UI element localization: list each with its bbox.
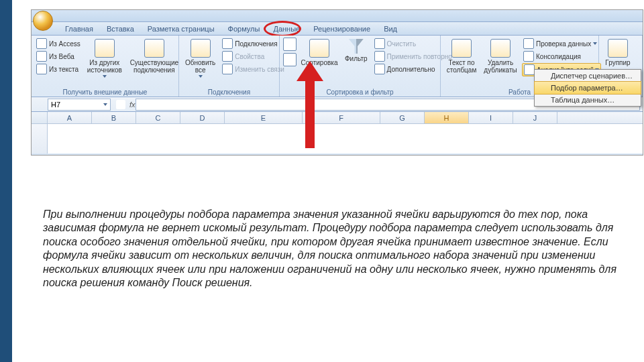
from-access-button[interactable]: Из Access — [35, 38, 82, 50]
column-header-I[interactable]: I — [469, 112, 513, 123]
remove-duplicates-button[interactable]: Удалить дубликаты — [482, 38, 519, 88]
column-header-G[interactable]: G — [380, 112, 425, 123]
edit-links-icon — [222, 64, 233, 74]
validation-icon — [523, 38, 534, 49]
group-get-external: Из Access Из Веба Из текста Из других ис… — [32, 36, 179, 97]
column-header-A[interactable]: A — [48, 112, 92, 123]
from-text-button[interactable]: Из текста — [35, 63, 82, 75]
remove-dup-icon — [490, 39, 511, 58]
column-header-J[interactable]: J — [513, 112, 557, 123]
tab-formulas[interactable]: Формулы — [221, 23, 267, 35]
sort-icon — [309, 39, 329, 58]
access-icon — [36, 38, 47, 49]
tab-review[interactable]: Рецензирование — [307, 23, 377, 35]
column-header-B[interactable]: B — [92, 112, 136, 123]
from-other-button[interactable]: Из других источников — [85, 38, 125, 88]
select-all-corner[interactable] — [32, 112, 48, 123]
refresh-all-button[interactable]: Обновить все — [182, 38, 218, 88]
filter-button[interactable]: Фильтр — [342, 38, 370, 88]
slide-paragraph: При выполнении процедуры подбора парамет… — [43, 208, 624, 290]
office-button[interactable] — [33, 11, 53, 31]
chevron-down-icon — [103, 103, 107, 106]
text-to-columns-button[interactable]: Текст по столбцам — [444, 38, 479, 88]
slide-frame: Главная Вставка Разметка страницы Формул… — [0, 0, 644, 362]
group-icon — [608, 39, 628, 58]
column-header-F[interactable]: F — [303, 112, 380, 123]
text-icon — [36, 64, 47, 74]
row-headers — [32, 124, 48, 154]
properties-button[interactable]: Свойства — [221, 50, 286, 62]
column-header-E[interactable]: E — [225, 112, 303, 123]
fx-icon[interactable]: fx — [129, 101, 136, 109]
other-sources-icon — [95, 39, 115, 58]
column-header-H[interactable]: H — [425, 112, 469, 123]
tab-view[interactable]: Вид — [377, 23, 404, 35]
group-connections: Обновить все Подключения Свойства Измени… — [179, 36, 280, 97]
column-headers: ABCDEFGHIJ — [32, 112, 643, 124]
data-validation-button[interactable]: Проверка данных — [522, 38, 601, 50]
tab-insert[interactable]: Вставка — [100, 23, 141, 35]
cancel-icon[interactable] — [116, 100, 125, 109]
data-table-item[interactable]: Таблица данных… — [535, 94, 641, 106]
advanced-icon — [374, 64, 385, 74]
group-label: Получить внешние данные — [35, 88, 175, 96]
ribbon: Из Access Из Веба Из текста Из других ис… — [32, 36, 643, 97]
funnel-icon — [349, 39, 364, 54]
cells-area[interactable] — [48, 124, 643, 154]
group-label: Подключения — [182, 88, 276, 96]
sort-asc-icon[interactable] — [283, 38, 297, 51]
properties-icon — [222, 51, 233, 62]
existing-connections-button[interactable]: Существующие подключения — [127, 38, 181, 88]
from-web-button[interactable]: Из Веба — [35, 50, 82, 62]
clear-icon — [374, 38, 385, 49]
edit-links-button[interactable]: Изменить связи — [221, 63, 286, 75]
consolidate-button[interactable]: Консолидация — [522, 50, 601, 62]
group-label: Сортировка и фильтр — [283, 88, 437, 96]
tab-data[interactable]: Данные — [266, 23, 307, 35]
chevron-down-icon — [593, 42, 597, 45]
whatif-dropdown: Диспетчер сценариев… Подбор параметра… Т… — [534, 69, 641, 107]
ribbon-tabs: Главная Вставка Разметка страницы Формул… — [32, 22, 643, 36]
web-icon — [36, 51, 47, 62]
chevron-down-icon — [199, 75, 203, 78]
column-header-C[interactable]: C — [136, 112, 180, 123]
tab-home[interactable]: Главная — [58, 23, 100, 35]
name-box[interactable]: H7 — [48, 99, 111, 111]
existing-conn-icon — [144, 39, 164, 58]
connections-button[interactable]: Подключения — [221, 38, 286, 50]
titlebar — [32, 10, 643, 22]
goal-seek-item[interactable]: Подбор параметра… — [534, 81, 641, 95]
column-header-D[interactable]: D — [180, 112, 225, 123]
refresh-icon — [191, 39, 211, 58]
chevron-down-icon — [103, 75, 107, 78]
sort-button[interactable]: Сортировка — [299, 38, 339, 88]
sort-desc-icon[interactable] — [283, 53, 297, 66]
worksheet-grid[interactable] — [32, 124, 643, 154]
scenario-manager-item[interactable]: Диспетчер сценариев… — [535, 70, 641, 82]
tab-layout[interactable]: Разметка страницы — [141, 23, 221, 35]
connections-icon — [222, 38, 233, 49]
group-sort-filter: Сортировка Фильтр Очистить Применить пов… — [280, 36, 441, 97]
text-cols-icon — [451, 39, 472, 58]
reapply-icon — [374, 51, 385, 62]
excel-screenshot: Главная Вставка Разметка страницы Формул… — [31, 9, 643, 156]
consolidate-icon — [523, 51, 534, 62]
whatif-icon — [524, 64, 535, 75]
